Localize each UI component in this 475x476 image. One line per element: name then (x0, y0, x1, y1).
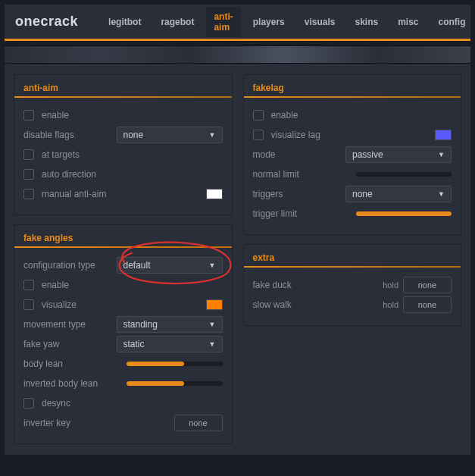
nav-tabs: legitbot ragebot anti-aim players visual… (101, 7, 473, 37)
auto-direction-label: auto direction (42, 169, 223, 180)
antiaim-enable-label: enable (42, 110, 223, 121)
tab-visuals[interactable]: visuals (297, 12, 343, 32)
mode-select[interactable]: passive ▼ (345, 146, 452, 163)
fake-duck-mode[interactable]: hold (383, 280, 398, 290)
fakelag-enable-checkbox[interactable] (253, 110, 264, 121)
visualize-checkbox[interactable] (23, 299, 34, 310)
panel-fakelag-header: fakelag (253, 83, 452, 93)
body-lean-fill (127, 362, 184, 366)
visualize-lag-color[interactable] (435, 130, 452, 140)
movement-type-value: standing (123, 319, 158, 330)
disable-flags-select[interactable]: none ▼ (117, 127, 223, 143)
panel-fakelag: fakelag enable visualize lag mode passiv… (243, 74, 462, 235)
manual-antiaim-color[interactable] (206, 189, 223, 199)
panel-anti-aim: anti-aim enable disable flags none ▼ at … (14, 74, 233, 215)
disable-flags-value: none (123, 130, 144, 140)
decor-strip (5, 45, 470, 64)
antiaim-enable-checkbox[interactable] (23, 110, 34, 121)
mode-value: passive (352, 149, 383, 160)
at-targets-checkbox[interactable] (23, 149, 34, 160)
fake-duck-key-button[interactable]: none (403, 277, 452, 293)
tab-skins[interactable]: skins (347, 12, 386, 32)
inverter-key-button[interactable]: none (174, 415, 223, 431)
visualize-lag-label: visualize lag (271, 130, 428, 140)
chevron-down-icon: ▼ (438, 190, 445, 198)
triggers-label: triggers (253, 189, 339, 199)
chevron-down-icon: ▼ (209, 261, 216, 269)
slow-walk-mode[interactable]: hold (383, 300, 398, 309)
visualize-lag-checkbox[interactable] (253, 130, 264, 140)
inverted-body-lean-label: inverted body lean (23, 378, 119, 389)
manual-antiaim-checkbox[interactable] (23, 189, 34, 199)
topbar: onecrack legitbot ragebot anti-aim playe… (5, 5, 470, 41)
slow-walk-label: slow walk (253, 299, 376, 310)
manual-antiaim-label: manual anti-aim (42, 189, 198, 199)
content-area: anti-aim enable disable flags none ▼ at … (5, 64, 470, 455)
tab-anti-aim[interactable]: anti-aim (206, 7, 240, 37)
mode-label: mode (253, 149, 339, 160)
chevron-down-icon: ▼ (209, 131, 216, 139)
fake-yaw-select[interactable]: static ▼ (117, 336, 223, 352)
panel-extra: extra fake duck hold none slow walk hold… (243, 244, 462, 326)
panel-extra-header: extra (253, 252, 452, 263)
normal-limit-slider[interactable] (356, 172, 452, 177)
chevron-down-icon: ▼ (209, 340, 216, 348)
tab-legitbot[interactable]: legitbot (101, 12, 148, 32)
triggers-value: none (352, 189, 373, 199)
fake-duck-label: fake duck (253, 280, 376, 290)
tab-players[interactable]: players (245, 12, 292, 32)
desync-checkbox[interactable] (23, 398, 34, 409)
trigger-limit-fill (356, 211, 452, 216)
fake-yaw-value: static (123, 339, 145, 349)
at-targets-label: at targets (42, 149, 223, 160)
movement-type-select[interactable]: standing ▼ (117, 316, 223, 333)
fake-angles-enable-checkbox[interactable] (23, 280, 34, 290)
visualize-label: visualize (42, 299, 198, 310)
inverted-body-lean-fill (127, 381, 184, 386)
panel-fake-angles-header: fake angles (23, 233, 223, 243)
panel-anti-aim-header: anti-aim (23, 83, 223, 93)
auto-direction-checkbox[interactable] (23, 169, 34, 180)
inverted-body-lean-slider[interactable] (127, 381, 222, 386)
trigger-limit-slider[interactable] (356, 211, 452, 216)
fake-angles-enable-label: enable (42, 280, 223, 290)
app-title: onecrack (15, 14, 78, 30)
triggers-select[interactable]: none ▼ (345, 186, 452, 202)
chevron-down-icon: ▼ (438, 151, 445, 158)
panel-fake-angles: fake angles configuration type default ▼… (14, 224, 233, 444)
fake-yaw-label: fake yaw (23, 339, 109, 349)
fakelag-enable-label: enable (271, 110, 452, 121)
tab-ragebot[interactable]: ragebot (153, 12, 202, 32)
inverter-key-label: inverter key (23, 418, 167, 428)
config-type-label: configuration type (23, 260, 109, 271)
slow-walk-key-button[interactable]: none (403, 296, 452, 313)
tab-config[interactable]: config (431, 12, 473, 32)
tab-misc[interactable]: misc (390, 12, 426, 32)
desync-label: desync (42, 398, 223, 409)
normal-limit-label: normal limit (253, 169, 348, 180)
config-type-value: default (123, 260, 151, 271)
disable-flags-label: disable flags (23, 130, 109, 140)
trigger-limit-label: trigger limit (253, 208, 348, 219)
movement-type-label: movement type (23, 319, 109, 330)
body-lean-label: body lean (23, 359, 119, 369)
chevron-down-icon: ▼ (209, 321, 216, 328)
body-lean-slider[interactable] (127, 362, 222, 366)
visualize-color[interactable] (206, 299, 223, 310)
config-type-select[interactable]: default ▼ (117, 257, 223, 274)
